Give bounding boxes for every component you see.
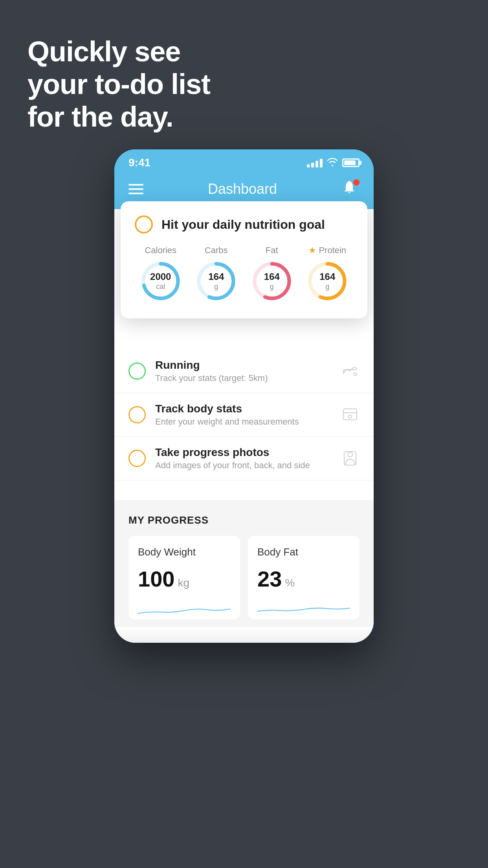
- sparkline-weight: [138, 600, 231, 619]
- hamburger-line: [128, 184, 143, 186]
- todo-circle-photos: [128, 450, 146, 467]
- nutrition-row: Calories 2000 cal: [135, 245, 353, 303]
- battery-icon: [342, 158, 360, 167]
- bottom-overflow: [114, 627, 374, 643]
- nutrition-label-carbs: Carbs: [205, 245, 228, 256]
- progress-card-bodyfat[interactable]: Body Fat 23 %: [248, 536, 360, 619]
- svg-point-8: [354, 373, 357, 375]
- app-body: THINGS TO DO TODAY Hit your daily nutrit…: [114, 209, 374, 643]
- progress-value-row-bodyfat: 23 %: [257, 566, 350, 592]
- shoe-icon: [341, 362, 360, 381]
- ring-text-fat: 164 g: [264, 271, 280, 291]
- ring-protein: 164 g: [306, 259, 349, 303]
- todo-title-running: Running: [155, 359, 331, 371]
- sparkline-bodyfat: [257, 600, 350, 619]
- svg-point-12: [348, 452, 352, 457]
- menu-button[interactable]: [128, 184, 143, 194]
- todo-circle-running: [128, 362, 146, 380]
- my-progress-section: MY PROGRESS Body Weight 100 kg Body Fat: [114, 500, 374, 627]
- hamburger-line: [128, 188, 143, 190]
- nav-title: Dashboard: [208, 181, 277, 197]
- nutrition-item-protein: ★ Protein 164 g: [306, 245, 349, 303]
- progress-cards-row: Body Weight 100 kg Body Fat 23 %: [128, 536, 360, 619]
- scale-icon: [341, 405, 360, 424]
- nutrition-label-protein: ★ Protein: [308, 245, 346, 256]
- nutrition-item-fat: Fat 164 g: [250, 245, 294, 303]
- progress-value-weight: 100: [138, 566, 174, 592]
- nutrition-label-fat: Fat: [266, 245, 278, 256]
- svg-point-11: [349, 415, 352, 418]
- hero-line1: Quickly see: [28, 35, 210, 68]
- todo-item-running[interactable]: Running Track your stats (target: 5km): [114, 349, 374, 393]
- todo-subtitle-photos: Add images of your front, back, and side: [155, 460, 331, 471]
- nutrition-item-calories: Calories 2000 cal: [139, 245, 182, 303]
- wifi-icon: [327, 157, 338, 169]
- status-icons: [307, 157, 360, 169]
- notification-button[interactable]: [341, 179, 360, 199]
- floating-nutrition-card: Hit your daily nutrition goal Calories: [121, 201, 367, 318]
- nutrition-label-calories: Calories: [145, 245, 176, 256]
- todo-subtitle-running: Track your stats (target: 5km): [155, 373, 331, 383]
- status-bar: 9:41: [114, 149, 374, 171]
- progress-card-weight[interactable]: Body Weight 100 kg: [128, 536, 240, 619]
- ring-text-calories: 2000 cal: [150, 271, 171, 291]
- ring-text-carbs: 164 g: [208, 271, 224, 291]
- progress-unit-bodyfat: %: [285, 577, 295, 589]
- card-title-row: Hit your daily nutrition goal: [135, 215, 353, 234]
- todo-circle-body-stats: [128, 406, 146, 423]
- spacer: [114, 480, 374, 500]
- todo-circle-nutrition: [135, 215, 153, 234]
- progress-value-bodyfat: 23: [257, 566, 282, 592]
- todo-content-body-stats: Track body stats Enter your weight and m…: [155, 403, 331, 427]
- hamburger-line: [128, 193, 143, 194]
- todo-content-running: Running Track your stats (target: 5km): [155, 359, 331, 383]
- todo-items-list: Running Track your stats (target: 5km) T…: [114, 349, 374, 480]
- star-icon: ★: [308, 245, 316, 256]
- ring-text-protein: 164 g: [319, 271, 335, 291]
- progress-card-title-bodyfat: Body Fat: [257, 546, 350, 558]
- person-icon: [341, 449, 360, 468]
- hero-line2: your to-do list: [28, 68, 210, 101]
- progress-unit-weight: kg: [178, 577, 189, 589]
- status-time: 9:41: [128, 156, 150, 169]
- ring-calories: 2000 cal: [139, 259, 182, 303]
- notification-dot: [353, 179, 360, 186]
- todo-title-body-stats: Track body stats: [155, 403, 331, 415]
- hero-text: Quickly see your to-do list for the day.: [28, 35, 210, 133]
- progress-card-title-weight: Body Weight: [138, 546, 231, 558]
- todo-item-body-stats[interactable]: Track body stats Enter your weight and m…: [114, 393, 374, 437]
- ring-carbs: 164 g: [194, 259, 238, 303]
- progress-section-title: MY PROGRESS: [128, 514, 360, 526]
- signal-bars-icon: [307, 158, 323, 167]
- progress-value-row-weight: 100 kg: [138, 566, 231, 592]
- todo-title-photos: Take progress photos: [155, 446, 331, 459]
- nutrition-item-carbs: Carbs 164 g: [194, 245, 238, 303]
- ring-fat: 164 g: [250, 259, 294, 303]
- phone-mockup: 9:41 Da: [114, 149, 374, 643]
- todo-content-photos: Take progress photos Add images of your …: [155, 446, 331, 471]
- svg-rect-13: [344, 452, 356, 465]
- card-title: Hit your daily nutrition goal: [161, 217, 325, 232]
- hero-line3: for the day.: [28, 101, 210, 133]
- todo-subtitle-body-stats: Enter your weight and measurements: [155, 417, 331, 427]
- todo-item-photos[interactable]: Take progress photos Add images of your …: [114, 437, 374, 480]
